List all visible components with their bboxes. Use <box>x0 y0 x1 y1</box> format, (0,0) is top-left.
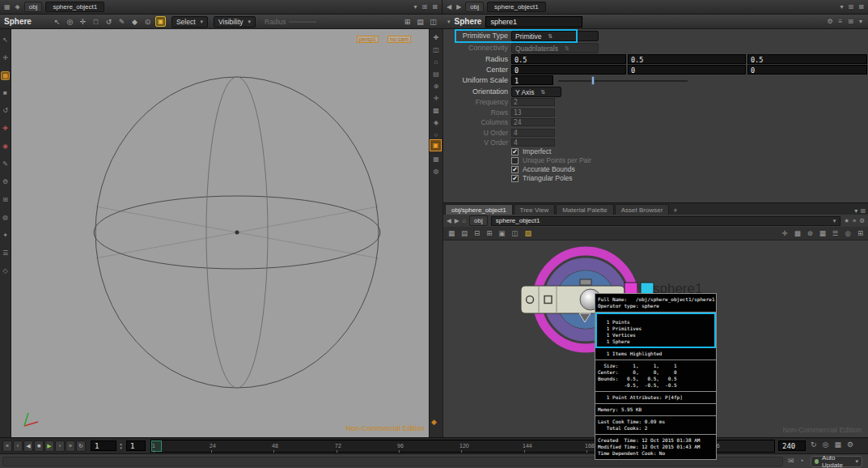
playbar-option-icon[interactable]: ⚙ <box>847 440 853 449</box>
breadcrumb-node-tab[interactable]: sphere_object1 <box>45 2 104 12</box>
transport-button[interactable]: « <box>2 440 12 452</box>
param-checkbox-row[interactable]: ✔ Imperfect <box>511 148 591 155</box>
end-frame-field[interactable]: 240 <box>778 440 806 451</box>
chevron-down-icon[interactable]: ▾ <box>858 18 863 25</box>
breadcrumb-obj[interactable]: obj <box>24 2 43 12</box>
pane-split-icon[interactable]: ⊞ <box>859 207 866 215</box>
zoom-icon[interactable]: ◎ <box>845 229 850 237</box>
transport-button[interactable]: ▶ <box>44 440 54 452</box>
pane-dropdown-icon[interactable]: ▾ <box>413 3 418 11</box>
center-x-field[interactable]: 0 <box>511 65 626 74</box>
camera-persp-badge[interactable]: persp1 <box>357 36 379 43</box>
tool-icon[interactable]: ◉ <box>2 142 8 151</box>
transport-button[interactable]: ↻ <box>76 440 86 452</box>
center-y-field[interactable]: 0 <box>628 65 746 74</box>
stowbar-icon[interactable]: ✛ <box>434 95 439 102</box>
select-tool-icon[interactable]: ↖ <box>52 18 62 26</box>
tool-icon[interactable]: ✛ <box>2 53 8 63</box>
nav-back-icon[interactable]: ◀ <box>447 217 451 224</box>
pane-close-icon[interactable]: ⊠ <box>857 3 865 11</box>
tool-icon[interactable]: ⚙ <box>2 177 8 187</box>
stowbar-icon[interactable]: ◍ <box>434 168 439 175</box>
thumbnails-icon[interactable]: ▦ <box>819 229 826 237</box>
handles-tool-icon[interactable]: ◆ <box>129 18 140 26</box>
visibility-dropdown[interactable]: Visibility ▾ <box>214 16 256 28</box>
box-select-icon[interactable]: □ <box>91 18 101 26</box>
radius-y-field[interactable]: 0.5 <box>628 54 746 64</box>
nav-forward-icon[interactable]: ▶ <box>455 217 459 224</box>
frame-icon[interactable]: ◫ <box>511 229 518 237</box>
tool-icon[interactable]: ↺ <box>2 106 8 116</box>
node-name-field[interactable]: sphere1 <box>485 16 582 28</box>
move-tool-icon[interactable]: ✛ <box>78 18 88 26</box>
chevron-down-icon[interactable]: ▾ <box>853 207 858 215</box>
stowbar-sticky-icon[interactable]: ◆ <box>431 418 437 426</box>
chevron-down-icon[interactable]: ▾ <box>447 19 451 25</box>
tool-icon[interactable]: ⊞ <box>2 195 8 205</box>
nav-home-icon[interactable]: ⌂ <box>463 217 467 224</box>
playbar-option-icon[interactable]: ↻ <box>811 440 817 449</box>
transport-button[interactable]: » <box>66 440 75 452</box>
current-frame-field[interactable]: 1 <box>91 440 116 451</box>
param-checkbox-row[interactable]: ✔ Triangular Poles <box>511 175 591 181</box>
tab-network-editor[interactable]: obj/sphere_object1 <box>445 204 513 215</box>
stowbar-icon[interactable]: ▩ <box>433 107 439 114</box>
nav-forward-icon[interactable]: ▶ <box>455 3 462 11</box>
collapse-icon[interactable]: ⊟ <box>474 229 480 237</box>
org-icon[interactable]: ⊚ <box>807 229 813 237</box>
snap-icon[interactable]: ▣ <box>498 229 505 237</box>
stowbar-icon[interactable]: ◫ <box>433 46 439 53</box>
pane-menu-icon[interactable]: ▦ <box>3 3 11 11</box>
tool-icon[interactable]: ↖ <box>2 36 8 45</box>
uniform-scale-slider-handle[interactable] <box>591 76 595 85</box>
menu-icon[interactable]: ☰ <box>832 229 839 237</box>
pane-split-icon[interactable]: ⊞ <box>421 3 429 11</box>
tool-icon[interactable]: ✎ <box>2 160 8 169</box>
gear-icon[interactable]: ⚙ <box>859 217 865 224</box>
select-mode-dropdown[interactable]: Select ▾ <box>171 16 208 28</box>
network-path-field[interactable]: sphere_object1 ▾ <box>491 216 840 226</box>
tool-icon[interactable]: ▦ <box>1 71 10 80</box>
pane-link-icon[interactable]: ◈ <box>15 3 21 11</box>
edit-tool-icon[interactable]: ✎ <box>116 18 127 26</box>
pane-dropdown-icon[interactable]: ▾ <box>840 3 845 11</box>
node-input-connector[interactable] <box>580 279 591 285</box>
checkbox[interactable]: ✔ <box>511 166 519 173</box>
menu-icon[interactable]: ≡ <box>838 18 844 25</box>
transport-button[interactable]: ◀ <box>23 440 33 452</box>
stowbar-icon[interactable]: ⊕ <box>434 83 439 90</box>
frame-stepper[interactable]: ▴ ▾ <box>117 440 125 451</box>
tool-icon[interactable]: ◇ <box>2 266 7 276</box>
tool-icon[interactable]: ✚ <box>2 124 8 134</box>
pane-split-icon[interactable]: ⊞ <box>857 229 863 237</box>
stowbar-icon[interactable]: ✚ <box>434 34 439 41</box>
center-z-field[interactable]: 0 <box>747 65 867 74</box>
transport-button[interactable]: ■ <box>34 440 44 452</box>
pane-split-icon[interactable]: ⊞ <box>847 18 854 25</box>
rotate-tool-icon[interactable]: ↺ <box>104 18 114 26</box>
path-obj-chip[interactable]: obj <box>469 215 488 226</box>
stowbar-active-icon[interactable]: ▣ <box>430 139 442 151</box>
active-tool-icon[interactable]: ▣ <box>155 16 166 27</box>
no-cam-badge[interactable]: no cam <box>387 36 411 43</box>
pane-close-icon[interactable]: ⊠ <box>431 3 438 11</box>
memory-gauge-icon[interactable]: ◔ <box>799 457 803 465</box>
snap-grid-icon[interactable]: ▤ <box>415 18 426 26</box>
stowbar-icon[interactable]: ▦ <box>433 155 439 163</box>
param-checkbox-row[interactable]: ✔ Accurate Bounds <box>511 166 591 172</box>
view-tool-icon[interactable]: ◎ <box>65 18 75 26</box>
orientation-dropdown[interactable]: Y Axis ⇅ <box>511 87 561 97</box>
playbar-option-icon[interactable]: ◎ <box>823 440 829 449</box>
list-view-icon[interactable]: ▤ <box>461 229 468 237</box>
checkbox[interactable]: ✔ <box>511 175 519 182</box>
stowbar-icon[interactable]: ⌂ <box>434 58 438 66</box>
playbar-option-icon[interactable]: ▦ <box>834 440 841 449</box>
folder-icon[interactable]: ▨ <box>524 229 531 237</box>
radius-x-field[interactable]: 0.5 <box>511 54 626 64</box>
transport-button[interactable]: ‹ <box>13 440 23 452</box>
uniform-scale-field[interactable]: 1 <box>511 75 553 85</box>
stowbar-icon[interactable]: ◈ <box>434 119 438 126</box>
stepper-down-icon[interactable]: ▾ <box>120 446 122 450</box>
layout-icon[interactable]: ▦ <box>448 229 455 237</box>
menu-icon[interactable]: ≡ <box>853 217 856 224</box>
